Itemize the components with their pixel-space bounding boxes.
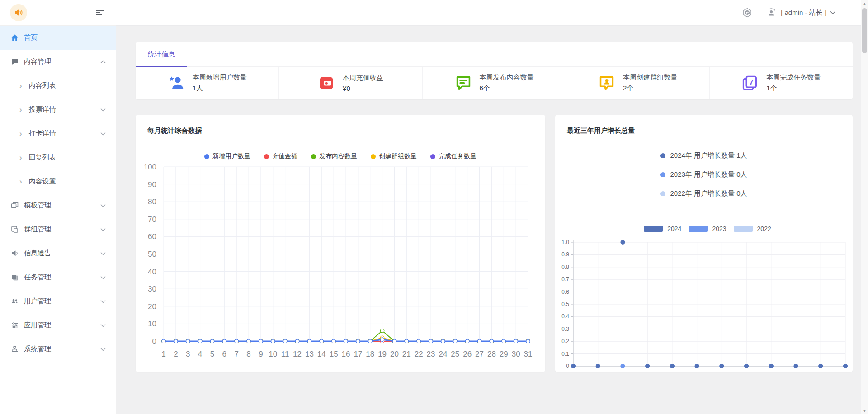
sidebar-subitem-content-list[interactable]: › 内容列表 [0, 74, 116, 98]
legend-label: 2022 [757, 225, 771, 232]
stat-value: 1人 [193, 84, 247, 93]
legend-swatch-2024[interactable] [644, 226, 663, 232]
legend-swatch-2022[interactable] [734, 226, 753, 232]
svg-text:0.8: 0.8 [561, 264, 569, 270]
sidebar-subitem-label: 投票详情 [29, 105, 100, 114]
svg-text:6月: 6月 [692, 371, 702, 372]
chevron-down-icon [100, 276, 106, 279]
sidebar-subitem-checkin-detail[interactable]: › 打卡详情 [0, 122, 116, 146]
sidebar-item-task-mgmt[interactable]: 任务管理 [0, 265, 116, 289]
svg-text:23: 23 [427, 350, 435, 358]
legend-item-充值金额[interactable]: 充值金额 [264, 152, 297, 160]
sidebar-item-template-mgmt[interactable]: 模板管理 [0, 193, 116, 217]
stat-published-content: 本周发布内容数量 6个 [423, 67, 566, 99]
sidebar-item-app-mgmt[interactable]: 应用管理 [0, 313, 116, 337]
legend-item-新增用户数量[interactable]: 新增用户数量 [204, 152, 250, 160]
svg-text:11: 11 [281, 350, 289, 358]
svg-text:10: 10 [148, 320, 156, 328]
year-2022-summary[interactable]: 2022年 用户增长数量 0人 [660, 189, 747, 198]
summary-label: 2024年 用户增长数量 1人 [670, 151, 747, 160]
sidebar-item-home[interactable]: 首页 [0, 26, 116, 50]
svg-text:0.3: 0.3 [561, 326, 569, 332]
svg-text:0.6: 0.6 [561, 289, 569, 295]
sidebar-item-label: 应用管理 [24, 321, 100, 329]
scroll-up-arrow[interactable]: ▲ [861, 0, 868, 6]
year-2023-summary[interactable]: 2023年 用户增长数量 0人 [660, 170, 747, 179]
svg-text:80: 80 [148, 198, 156, 206]
user-label: [ admin - 站长 ] [781, 9, 826, 17]
svg-text:29: 29 [500, 350, 508, 358]
tab-stats-info[interactable]: 统计信息 [136, 42, 187, 66]
sidebar-subitem-reply-list[interactable]: › 回复列表 [0, 146, 116, 169]
svg-text:9月: 9月 [766, 371, 776, 372]
sidebar-subitem-label: 内容设置 [29, 177, 106, 186]
legend-swatch-2023[interactable] [689, 226, 708, 232]
svg-text:17: 17 [354, 350, 362, 358]
user-menu[interactable]: [ admin - 站长 ] [765, 7, 835, 19]
svg-text:19: 19 [378, 350, 387, 358]
svg-text:18: 18 [366, 350, 374, 358]
legend-dot [371, 154, 376, 159]
svg-text:30: 30 [512, 350, 520, 358]
screen-toggle-button[interactable] [742, 7, 753, 18]
sidebar-menu: 首页 内容管理 › 内容列表 › 投票详情 › 打卡详情 [0, 26, 116, 361]
stat-label: 本周发布内容数量 [480, 73, 534, 82]
sidebar-subitem-label: 回复列表 [29, 153, 106, 162]
svg-text:90: 90 [148, 180, 156, 189]
users-icon [11, 297, 19, 305]
svg-text:26: 26 [463, 350, 472, 358]
svg-text:0.9: 0.9 [561, 251, 569, 258]
svg-text:10: 10 [269, 350, 277, 358]
stat-label: 本周新增用户数量 [193, 73, 247, 82]
svg-text:6: 6 [222, 350, 226, 358]
chevron-down-icon [100, 132, 106, 136]
chevron-down-icon [100, 300, 106, 303]
svg-text:5月: 5月 [667, 371, 677, 372]
stat-label: 本周完成任务数量 [766, 73, 821, 82]
svg-text:4: 4 [198, 350, 202, 358]
svg-text:60: 60 [148, 232, 156, 241]
collapse-menu-icon [96, 9, 105, 16]
sidebar-item-user-mgmt[interactable]: 用户管理 [0, 289, 116, 313]
scrollbar[interactable]: ▲ ▼ [861, 0, 868, 414]
announcement-icon [11, 249, 19, 257]
legend-label: 2024 [667, 225, 681, 232]
svg-text:15: 15 [330, 350, 338, 358]
sidebar-item-group-mgmt[interactable]: 群组管理 [0, 217, 116, 241]
svg-text:50: 50 [148, 250, 156, 259]
legend-label: 2023 [712, 225, 726, 232]
sidebar-item-system-mgmt[interactable]: 系统管理 [0, 337, 116, 361]
sidebar-item-announcements[interactable]: 信息通告 [0, 241, 116, 265]
stat-label: 本周创建群组数量 [623, 73, 677, 82]
legend-item-完成任务数量[interactable]: 完成任务数量 [430, 152, 476, 160]
legend-item-发布内容数量[interactable]: 发布内容数量 [311, 152, 357, 160]
sidebar-item-label: 任务管理 [24, 273, 100, 282]
scrollbar-thumb[interactable] [862, 8, 867, 53]
stats-row: 本周新增用户数量 1人 本周充值收益 ¥0 [136, 67, 853, 99]
svg-text:4月: 4月 [642, 371, 653, 372]
task-book-icon [11, 273, 19, 281]
stat-text: 本周发布内容数量 6个 [480, 73, 534, 93]
svg-text:0: 0 [566, 363, 569, 369]
svg-text:1.0: 1.0 [561, 239, 569, 245]
sidebar-item-content-mgmt[interactable]: 内容管理 [0, 50, 116, 74]
panel-title: 最近三年用户增长总量 [555, 115, 853, 135]
monthly-chart-legend: 新增用户数量充值金额发布内容数量创建群组数量完成任务数量 [136, 152, 545, 160]
sidebar-subitem-content-settings[interactable]: › 内容设置 [0, 169, 116, 193]
svg-text:9: 9 [259, 350, 263, 358]
calendar-task-icon: 7 [741, 75, 759, 92]
sidebar-subitem-vote-detail[interactable]: › 投票详情 [0, 98, 116, 122]
sidebar-item-label: 信息通告 [24, 249, 100, 258]
scroll-down-arrow[interactable]: ▼ [861, 408, 868, 414]
svg-text:1月: 1月 [568, 371, 578, 372]
panel-title: 每月统计综合数据 [136, 115, 545, 135]
summary-label: 2023年 用户增长数量 0人 [670, 170, 747, 179]
svg-text:0: 0 [152, 337, 156, 346]
legend-item-创建群组数量[interactable]: 创建群组数量 [371, 152, 417, 160]
app-logo[interactable] [10, 4, 27, 21]
sidebar-subitem-label: 打卡详情 [29, 129, 100, 138]
year-2024-summary[interactable]: 2024年 用户增长数量 1人 [660, 151, 747, 160]
top-header: [ admin - 站长 ] [116, 0, 868, 26]
tab-bar: 统计信息 [136, 42, 853, 67]
collapse-sidebar-button[interactable] [96, 9, 105, 16]
